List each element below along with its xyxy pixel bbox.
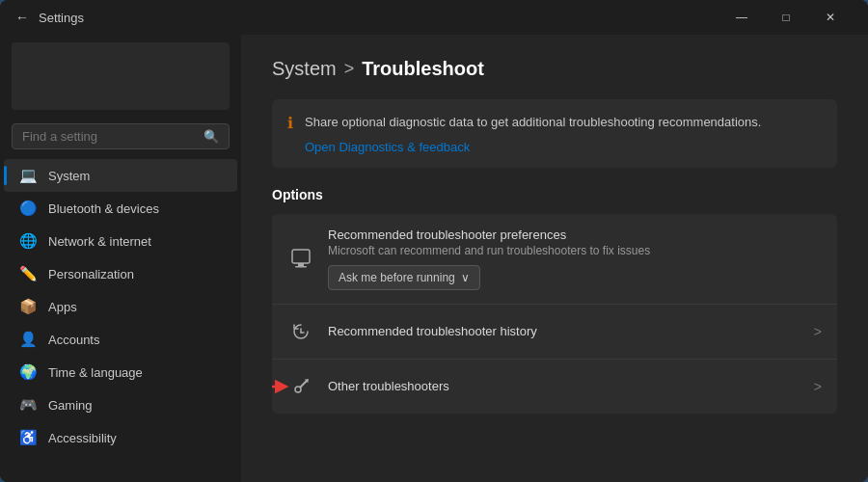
troubleshooter-prefs-desc: Microsoft can recommend and run troubles…: [328, 244, 822, 257]
breadcrumb-parent: System: [272, 58, 337, 80]
accounts-icon: 👤: [19, 331, 37, 348]
other-troubleshooters-title: Other troubleshooters: [328, 379, 800, 393]
minimize-button[interactable]: —: [719, 0, 764, 35]
personalization-icon: ✏️: [19, 265, 37, 282]
dropdown-chevron-icon: ∨: [461, 271, 470, 284]
diagnostics-link[interactable]: Open Diagnostics & feedback: [305, 140, 761, 154]
troubleshooter-prefs-title: Recommended troubleshooter preferences: [328, 228, 822, 242]
time-icon: 🌍: [19, 363, 37, 381]
window-controls: — □ ✕: [719, 0, 853, 35]
sidebar-item-apps[interactable]: 📦 Apps: [4, 290, 237, 323]
svg-rect-0: [292, 250, 310, 263]
troubleshooter-history-item[interactable]: Recommended troubleshooter history >: [272, 305, 837, 360]
breadcrumb-current: Troubleshoot: [362, 58, 484, 80]
bluetooth-icon: 🔵: [19, 200, 37, 217]
other-troubleshooters-content: Other troubleshooters: [328, 379, 800, 393]
options-card: Recommended troubleshooter preferences M…: [272, 214, 837, 414]
sidebar-item-accounts-label: Accounts: [48, 333, 99, 347]
options-section-title: Options: [272, 187, 837, 202]
sidebar-item-gaming-label: Gaming: [48, 398, 93, 413]
troubleshooter-prefs-item[interactable]: Recommended troubleshooter preferences M…: [272, 214, 837, 305]
sidebar: 🔍 💻 System 🔵 Bluetooth & devices 🌐 Netwo…: [0, 35, 241, 482]
svg-rect-1: [298, 263, 304, 266]
system-icon: 💻: [19, 167, 37, 184]
search-input[interactable]: [22, 129, 196, 144]
sidebar-item-time[interactable]: 🌍 Time & language: [4, 356, 237, 388]
profile-area: [12, 42, 230, 110]
troubleshooter-prefs-icon: [287, 245, 314, 272]
sidebar-item-system[interactable]: 💻 System: [4, 159, 237, 192]
breadcrumb-separator: >: [344, 59, 355, 79]
history-icon: [287, 318, 314, 345]
sidebar-nav: 💻 System 🔵 Bluetooth & devices 🌐 Network…: [0, 159, 241, 454]
sidebar-item-network-label: Network & internet: [48, 234, 151, 249]
maximize-button[interactable]: □: [764, 0, 808, 35]
sidebar-item-accessibility-label: Accessibility: [48, 431, 117, 445]
dropdown-label: Ask me before running: [339, 271, 455, 284]
settings-window: ← Settings — □ ✕ 🔍 💻 System: [0, 0, 868, 482]
other-troubleshooters-icon: [287, 373, 314, 400]
sidebar-item-accessibility[interactable]: ♿ Accessibility: [4, 421, 237, 454]
back-button[interactable]: ←: [15, 10, 29, 25]
sidebar-item-gaming[interactable]: 🎮 Gaming: [4, 388, 237, 421]
sidebar-item-bluetooth-label: Bluetooth & devices: [48, 201, 159, 216]
history-chevron-icon: >: [814, 324, 822, 339]
close-button[interactable]: ✕: [808, 0, 853, 35]
sidebar-item-network[interactable]: 🌐 Network & internet: [4, 225, 237, 257]
sidebar-item-time-label: Time & language: [48, 365, 143, 380]
content-area: System > Troubleshoot ℹ Share optional d…: [241, 35, 868, 482]
titlebar: ← Settings — □ ✕: [0, 0, 868, 35]
accessibility-icon: ♿: [19, 429, 37, 446]
gaming-icon: 🎮: [19, 396, 37, 414]
troubleshooter-history-title: Recommended troubleshooter history: [328, 324, 800, 338]
troubleshooter-prefs-content: Recommended troubleshooter preferences M…: [328, 228, 822, 290]
troubleshooter-history-content: Recommended troubleshooter history: [328, 324, 800, 338]
sidebar-item-personalization[interactable]: ✏️ Personalization: [4, 257, 237, 290]
main-layout: 🔍 💻 System 🔵 Bluetooth & devices 🌐 Netwo…: [0, 35, 868, 482]
svg-rect-2: [295, 266, 307, 268]
info-text: Share optional diagnostic data to get ad…: [305, 113, 761, 132]
network-icon: 🌐: [19, 232, 37, 250]
sidebar-item-accounts[interactable]: 👤 Accounts: [4, 323, 237, 356]
info-content: Share optional diagnostic data to get ad…: [305, 113, 761, 154]
sidebar-item-personalization-label: Personalization: [48, 267, 134, 281]
search-icon[interactable]: 🔍: [203, 129, 219, 144]
other-troubleshooters-item[interactable]: Other troubleshooters >: [272, 360, 837, 414]
search-box[interactable]: 🔍: [12, 123, 230, 149]
sidebar-item-system-label: System: [48, 169, 90, 183]
other-troubleshooters-chevron-icon: >: [814, 379, 822, 394]
breadcrumb: System > Troubleshoot: [272, 58, 837, 80]
info-banner: ℹ Share optional diagnostic data to get …: [272, 99, 837, 168]
sidebar-item-apps-label: Apps: [48, 300, 77, 314]
ask-before-running-dropdown[interactable]: Ask me before running ∨: [328, 265, 480, 290]
window-title: Settings: [39, 11, 719, 25]
apps-icon: 📦: [19, 298, 37, 315]
info-icon: ℹ: [287, 114, 293, 132]
sidebar-item-bluetooth[interactable]: 🔵 Bluetooth & devices: [4, 192, 237, 225]
